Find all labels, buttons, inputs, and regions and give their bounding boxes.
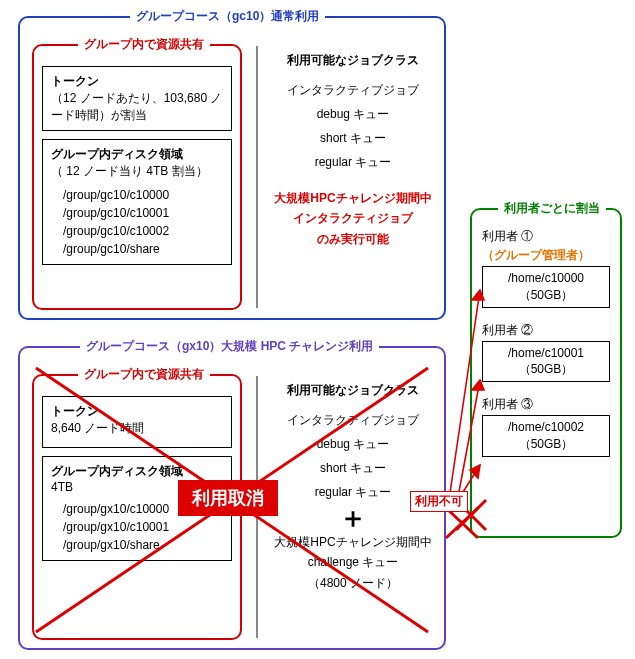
user-block-2: 利用者 ② /home/c10001 （50GB） [482, 322, 610, 383]
unavailable-label: 利用不可 [410, 491, 468, 512]
user-home-path: /home/c10002 [487, 419, 605, 436]
users-title: 利用者ごとに割当 [498, 200, 606, 217]
group-gc10-box: グループコース（gc10）通常利用 グループ内で資源共有 トークン （12 ノー… [18, 16, 446, 320]
gc10-resource-title: グループ内で資源共有 [78, 36, 210, 53]
gc10-token-box: トークン （12 ノードあたり、103,680 ノード時間）が割当 [42, 66, 232, 131]
gc10-path: /group/gc10/c10002 [63, 222, 223, 240]
gc10-token-label: トークン [51, 73, 223, 90]
gx10-jobs-heading: 利用可能なジョブクラス [268, 378, 438, 402]
gx10-token-label: トークン [51, 403, 223, 420]
users-box: 利用者ごとに割当 利用者 ① （グループ管理者） /home/c10000 （5… [470, 208, 622, 538]
gx10-path: /group/gx10/c10001 [63, 518, 223, 536]
gx10-challenge-line: 大規模HPCチャレンジ期間中 [268, 532, 438, 552]
gx10-path: /group/gx10/share [63, 536, 223, 554]
user-home-quota: （50GB） [487, 361, 605, 378]
gx10-token-box: トークン 8,640 ノード時間 [42, 396, 232, 448]
gc10-job-item: debug キュー [268, 102, 438, 126]
gc10-jobs-heading: 利用可能なジョブクラス [268, 48, 438, 72]
cancel-banner: 利用取消 [178, 480, 278, 516]
gc10-path: /group/gc10/share [63, 240, 223, 258]
user-label: 利用者 ② [482, 322, 610, 339]
gc10-path: /group/gc10/c10000 [63, 186, 223, 204]
user-home-quota: （50GB） [487, 436, 605, 453]
user-home-box: /home/c10000 （50GB） [482, 266, 610, 308]
user-block-1: 利用者 ① （グループ管理者） /home/c10000 （50GB） [482, 228, 610, 308]
group-gx10-title: グループコース（gx10）大規模 HPC チャレンジ利用 [80, 338, 379, 355]
gx10-jobs-col: 利用可能なジョブクラス インタラクティブジョブ debug キュー short … [268, 378, 438, 593]
gx10-token-detail: 8,640 ノード時間 [51, 420, 223, 437]
user-block-3: 利用者 ③ /home/c10002 （50GB） [482, 396, 610, 457]
user-home-box: /home/c10002 （50GB） [482, 415, 610, 457]
gc10-disk-detail: （ 12 ノード当り 4TB 割当） [51, 163, 223, 180]
gx10-job-item: debug キュー [268, 432, 438, 456]
gc10-job-note: インタラクティジョブ [268, 208, 438, 228]
gx10-challenge-line: （4800 ノード） [268, 573, 438, 593]
user-home-box: /home/c10001 （50GB） [482, 341, 610, 383]
gc10-job-item: インタラクティブジョブ [268, 78, 438, 102]
user-admin-label: （グループ管理者） [482, 247, 610, 264]
gx10-job-item: インタラクティブジョブ [268, 408, 438, 432]
user-home-quota: （50GB） [487, 287, 605, 304]
gc10-job-note: のみ実行可能 [268, 229, 438, 249]
gc10-disk-label: グループ内ディスク領域 [51, 146, 223, 163]
gc10-jobs-col: 利用可能なジョブクラス インタラクティブジョブ debug キュー short … [268, 48, 438, 249]
gc10-token-detail: （12 ノードあたり、103,680 ノード時間）が割当 [51, 90, 223, 124]
gc10-resource-box: グループ内で資源共有 トークン （12 ノードあたり、103,680 ノード時間… [32, 44, 242, 310]
gc10-path: /group/gc10/c10001 [63, 204, 223, 222]
gc10-job-item: regular キュー [268, 150, 438, 174]
user-home-path: /home/c10000 [487, 270, 605, 287]
gc10-job-note: 大規模HPCチャレンジ期間中 [268, 188, 438, 208]
group-gc10-title: グループコース（gc10）通常利用 [130, 8, 325, 25]
gx10-resource-title: グループ内で資源共有 [78, 366, 210, 383]
user-home-path: /home/c10001 [487, 345, 605, 362]
gx10-disk-label: グループ内ディスク領域 [51, 463, 223, 480]
gx10-challenge-line: challenge キュー [268, 552, 438, 572]
gc10-disk-box: グループ内ディスク領域 （ 12 ノード当り 4TB 割当） /group/gc… [42, 139, 232, 265]
gc10-divider [256, 46, 258, 308]
user-label: 利用者 ① [482, 228, 610, 245]
user-label: 利用者 ③ [482, 396, 610, 413]
gc10-job-item: short キュー [268, 126, 438, 150]
gx10-job-item: short キュー [268, 456, 438, 480]
